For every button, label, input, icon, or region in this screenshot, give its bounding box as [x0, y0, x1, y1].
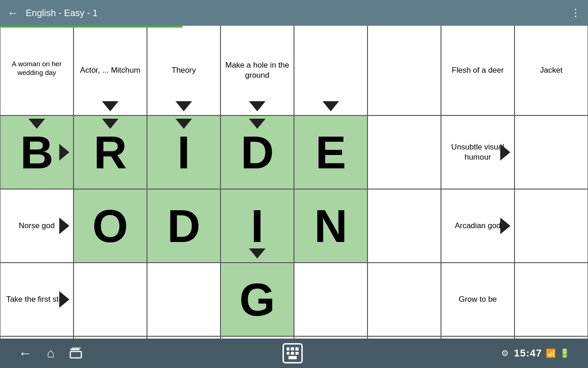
empty-cell-bottom	[220, 336, 294, 339]
clue-cell[interactable]: Actor, ... Mitchum	[74, 26, 147, 115]
clue-cell-theory[interactable]: Theory	[147, 26, 220, 115]
empty-cell-bottom	[147, 336, 220, 339]
empty-cell	[294, 26, 368, 115]
nav-back-button[interactable]: ←	[18, 345, 32, 361]
empty-cell	[368, 263, 441, 336]
empty-cell	[368, 115, 441, 189]
letter-cell-E[interactable]: E	[294, 115, 368, 189]
letter-cell-D2[interactable]: D	[147, 189, 220, 263]
bottom-nav-bar: ← ⌂ ⚙ 15:47 📶 🔋	[0, 339, 588, 368]
clue-cell-deer[interactable]: Flesh of a deer	[441, 26, 514, 115]
crossword-grid: A woman on her wedding day Actor, ... Mi…	[0, 26, 588, 339]
page-title: English - Easy - 1	[26, 8, 571, 18]
letter-cell-G[interactable]: G	[220, 263, 294, 336]
empty-cell	[514, 115, 588, 189]
nav-home-button[interactable]: ⌂	[47, 346, 55, 361]
empty-cell	[514, 263, 588, 336]
clue-cell[interactable]: A woman on her wedding day	[0, 26, 74, 115]
clue-cell-jacket[interactable]: Jacket	[514, 26, 588, 115]
empty-cell	[147, 263, 220, 336]
empty-cell	[294, 263, 368, 336]
letter-cell-N[interactable]: N	[294, 189, 368, 263]
svg-rect-0	[70, 349, 79, 350]
clue-cell-growto[interactable]: Grow to be	[441, 263, 514, 336]
svg-rect-2	[72, 347, 81, 349]
cell-with-arrow-bottom	[441, 336, 514, 339]
clue-cell-norse[interactable]: Norse god	[0, 189, 74, 263]
letter-cell-I2[interactable]: I	[220, 189, 294, 263]
empty-cell	[514, 189, 588, 263]
time-display: 15:47	[514, 347, 542, 359]
svg-rect-1	[70, 351, 81, 358]
empty-cell-bottom	[514, 336, 588, 339]
empty-cell-bottom	[0, 336, 74, 339]
letter-cell-I[interactable]: I	[147, 115, 220, 189]
crossword-area: A woman on her wedding day Actor, ... Mi…	[0, 26, 588, 339]
empty-cell-bottom	[74, 336, 147, 339]
menu-button[interactable]: ⋮	[571, 7, 581, 19]
letter-cell-D[interactable]: D	[220, 115, 294, 189]
letter-cell-R[interactable]: R	[74, 115, 147, 189]
nav-apps-button[interactable]	[69, 346, 84, 361]
clue-cell-firststep[interactable]: Take the first step	[0, 263, 74, 336]
top-bar: ← English - Easy - 1 ⋮	[0, 0, 588, 26]
progress-bar	[0, 26, 182, 28]
clue-cell-slapstick[interactable]: Unsubtle visual humour	[441, 115, 514, 189]
keyboard-button[interactable]	[283, 343, 303, 363]
letter-cell-B[interactable]: B	[0, 115, 74, 189]
empty-cell	[368, 26, 441, 115]
empty-cell-bottom	[294, 336, 368, 339]
empty-cell	[74, 263, 147, 336]
empty-cell-bottom	[368, 336, 441, 339]
back-button[interactable]: ←	[7, 6, 18, 19]
clue-cell-arcadian[interactable]: Arcadian god	[441, 189, 514, 263]
status-area: ⚙ 15:47 📶 🔋	[501, 347, 570, 359]
letter-cell-O[interactable]: O	[74, 189, 147, 263]
empty-cell	[368, 189, 441, 263]
clue-cell-hole[interactable]: Make a hole in the ground	[220, 26, 294, 115]
